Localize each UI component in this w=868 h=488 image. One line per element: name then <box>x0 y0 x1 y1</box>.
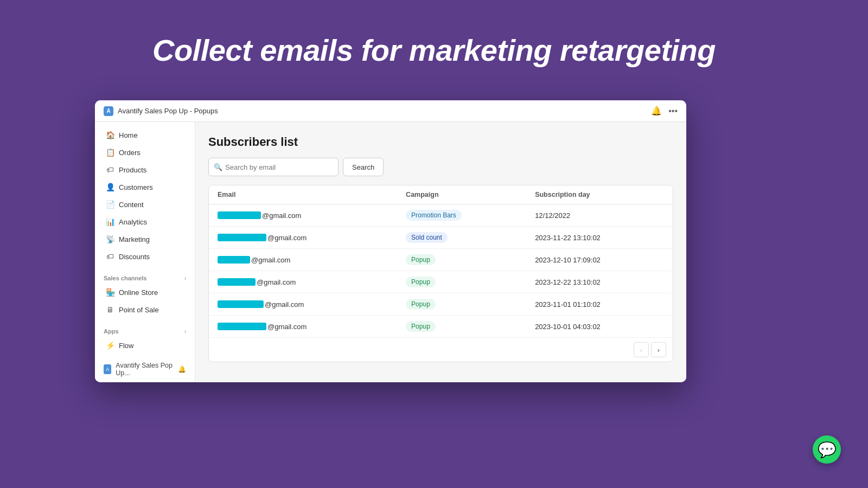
campaign-badge: Sold count <box>406 232 448 243</box>
email-redacted <box>218 211 261 219</box>
products-icon: 🏷 <box>106 165 114 174</box>
campaign-badge: Promotion Bars <box>406 210 462 221</box>
sidebar-label-flow: Flow <box>119 342 133 350</box>
email-cell: @gmail.com <box>209 249 397 271</box>
email-suffix: @gmail.com <box>262 211 301 220</box>
avantify-bell-icon: 🔔 <box>178 365 186 373</box>
bell-icon[interactable]: 🔔 <box>651 106 662 116</box>
sidebar-item-discounts[interactable]: 🏷 Discounts <box>97 248 193 265</box>
next-page-button[interactable]: › <box>651 342 666 357</box>
subscribers-table-container: Email Campaign Subscription day @gmail.c… <box>208 185 673 362</box>
table-header-row: Email Campaign Subscription day <box>209 185 673 204</box>
search-button[interactable]: Search <box>343 158 384 176</box>
email-suffix: @gmail.com <box>251 256 290 264</box>
date-cell: 2023-12-22 13:10:02 <box>526 271 673 293</box>
sales-channels-header: Sales channels › <box>95 269 195 284</box>
sidebar-label-orders: Orders <box>119 149 141 157</box>
table-row: @gmail.comPromotion Bars12/12/2022 <box>209 204 673 227</box>
subscribers-table: Email Campaign Subscription day @gmail.c… <box>209 185 673 337</box>
sidebar-item-content[interactable]: 📄 Content <box>97 196 193 213</box>
date-cell: 2023-11-22 13:10:02 <box>526 227 673 249</box>
date-cell: 12/12/2022 <box>526 204 673 227</box>
table-row: @gmail.comPopup2023-10-01 04:03:02 <box>209 316 673 338</box>
sidebar-label-analytics: Analytics <box>119 218 147 226</box>
sidebar-item-marketing[interactable]: 📡 Marketing <box>97 231 193 247</box>
orders-icon: 📋 <box>106 148 114 157</box>
apps-arrow: › <box>184 329 186 335</box>
email-cell: @gmail.com <box>209 204 397 227</box>
search-input-wrapper: 🔍 <box>208 158 339 176</box>
more-options-icon[interactable]: ••• <box>668 106 678 116</box>
campaign-cell: Promotion Bars <box>397 204 526 227</box>
home-icon: 🏠 <box>106 131 114 139</box>
whatsapp-icon: 💬 <box>818 441 837 459</box>
email-redacted <box>218 323 266 330</box>
discounts-icon: 🏷 <box>106 252 114 261</box>
search-input[interactable] <box>208 158 339 176</box>
sidebar-item-orders[interactable]: 📋 Orders <box>97 144 193 160</box>
campaign-badge: Popup <box>406 321 436 332</box>
email-cell: @gmail.com <box>209 316 397 338</box>
sidebar-label-marketing: Marketing <box>119 235 150 243</box>
table-row: @gmail.comPopup2023-11-01 01:10:02 <box>209 293 673 316</box>
sidebar-item-customers[interactable]: 👤 Customers <box>97 179 193 195</box>
avantify-app-label: Avantify Sales Pop Up... <box>116 362 174 377</box>
date-cell: 2023-10-01 04:03:02 <box>526 316 673 338</box>
sidebar-label-home: Home <box>119 131 138 139</box>
window-title: Avantify Sales Pop Up - Popups <box>118 107 651 115</box>
email-suffix: @gmail.com <box>257 278 296 286</box>
table-row: @gmail.comPopup2023-12-10 17:09:02 <box>209 249 673 271</box>
analytics-icon: 📊 <box>106 217 114 226</box>
sidebar-item-analytics[interactable]: 📊 Analytics <box>97 214 193 230</box>
campaign-cell: Popup <box>397 271 526 293</box>
sales-channels-arrow: › <box>184 275 186 281</box>
apps-header: Apps › <box>95 323 195 337</box>
avantify-app-icon: A <box>104 364 111 374</box>
point-of-sale-icon: 🖥 <box>106 305 114 314</box>
sidebar-label-point-of-sale: Point of Sale <box>119 306 159 314</box>
campaign-badge: Popup <box>406 299 436 310</box>
sidebar-item-home[interactable]: 🏠 Home <box>97 127 193 143</box>
campaign-cell: Sold count <box>397 227 526 249</box>
email-suffix: @gmail.com <box>267 234 307 242</box>
column-subscription-day: Subscription day <box>526 185 673 204</box>
online-store-icon: 🏪 <box>106 288 114 297</box>
sidebar-item-point-of-sale[interactable]: 🖥 Point of Sale <box>97 301 193 318</box>
sidebar-item-online-store[interactable]: 🏪 Online Store <box>97 284 193 300</box>
table-row: @gmail.comPopup2023-12-22 13:10:02 <box>209 271 673 293</box>
customers-icon: 👤 <box>106 183 114 191</box>
email-cell: @gmail.com <box>209 293 397 316</box>
sidebar-label-online-store: Online Store <box>119 288 158 297</box>
headline-text: Collect emails for marketing retargeting <box>152 33 716 68</box>
flow-icon: ⚡ <box>106 341 114 350</box>
table-row: @gmail.comSold count2023-11-22 13:10:02 <box>209 227 673 249</box>
whatsapp-button[interactable]: 💬 <box>813 435 841 464</box>
sidebar-avantify-app[interactable]: A Avantify Sales Pop Up... 🔔 <box>95 358 195 380</box>
sidebar-item-products[interactable]: 🏷 Products <box>97 162 193 178</box>
sidebar-item-flow[interactable]: ⚡ Flow <box>97 337 193 354</box>
sidebar-sub-campaign-list[interactable]: Campaign list <box>95 380 195 382</box>
sidebar: 🏠 Home 📋 Orders 🏷 Products 👤 Customers 📄… <box>95 122 195 382</box>
email-suffix: @gmail.com <box>267 323 307 331</box>
app-icon: A <box>104 106 113 116</box>
title-bar-actions: 🔔 ••• <box>651 106 678 116</box>
column-campaign: Campaign <box>397 185 526 204</box>
campaign-cell: Popup <box>397 249 526 271</box>
email-redacted <box>218 300 264 308</box>
email-cell: @gmail.com <box>209 271 397 293</box>
email-redacted <box>218 234 266 241</box>
campaign-badge: Popup <box>406 254 436 265</box>
title-bar: A Avantify Sales Pop Up - Popups 🔔 ••• <box>95 100 686 122</box>
main-area: 🏠 Home 📋 Orders 🏷 Products 👤 Customers 📄… <box>95 122 686 382</box>
prev-page-button[interactable]: ‹ <box>634 342 649 357</box>
email-redacted <box>218 256 250 264</box>
content-area: Subscribers list 🔍 Search Email Campaign… <box>195 122 686 382</box>
search-icon: 🔍 <box>214 163 222 171</box>
email-cell: @gmail.com <box>209 227 397 249</box>
date-cell: 2023-11-01 01:10:02 <box>526 293 673 316</box>
marketing-icon: 📡 <box>106 235 114 243</box>
email-suffix: @gmail.com <box>265 300 304 309</box>
sidebar-label-products: Products <box>119 166 146 174</box>
search-bar: 🔍 Search <box>208 158 673 176</box>
campaign-badge: Popup <box>406 277 436 287</box>
